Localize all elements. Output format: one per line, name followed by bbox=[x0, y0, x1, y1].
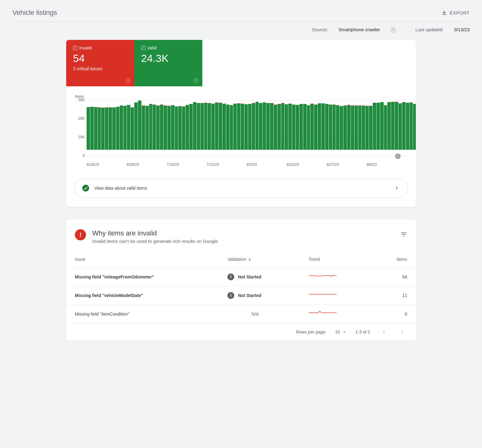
export-button[interactable]: EXPORT bbox=[441, 10, 470, 16]
issues-subtitle: Invalid items can't be used to generate … bbox=[92, 239, 218, 244]
tile-valid[interactable]: ✓ Valid 24.3K ? bbox=[134, 40, 202, 86]
issues-card: ! Why items are invalid Invalid items ca… bbox=[66, 219, 416, 341]
rows-per-page-value: 10 bbox=[335, 330, 340, 334]
chevron-right-icon bbox=[394, 185, 400, 191]
items-cell: 54 bbox=[372, 268, 416, 286]
sparkline bbox=[309, 292, 337, 298]
col-trend[interactable]: Trend bbox=[300, 249, 372, 268]
trend-cell bbox=[300, 268, 372, 286]
tile-invalid-label: Invalid bbox=[79, 45, 92, 50]
source-label: Source: bbox=[312, 27, 328, 32]
rows-per-page-select[interactable]: 10 bbox=[335, 330, 347, 334]
col-validation[interactable]: Validation bbox=[219, 249, 300, 267]
tile-invalid-value: 54 bbox=[73, 52, 129, 64]
col-issue[interactable]: Issue bbox=[66, 249, 219, 268]
table-row[interactable]: Missing field "mileageFromOdometer"!Not … bbox=[66, 268, 416, 286]
next-page-button[interactable] bbox=[397, 329, 407, 335]
alert-icon: ! bbox=[75, 229, 86, 240]
sparkline bbox=[309, 273, 337, 279]
view-valid-items-button[interactable]: View data about valid items bbox=[74, 179, 408, 198]
filter-button[interactable] bbox=[400, 229, 407, 238]
issue-cell: Missing field "itemCondition" bbox=[66, 305, 219, 323]
status-dot-icon: ! bbox=[227, 292, 234, 299]
help-icon[interactable]: ? bbox=[194, 78, 199, 83]
issue-cell: Missing field "mileageFromOdometer" bbox=[66, 268, 219, 286]
issue-cell: Missing field "vehicleModelDate" bbox=[66, 286, 219, 305]
chart-x-axis: 6/16/236/28/237/10/237/22/238/3/238/15/2… bbox=[87, 162, 407, 167]
tile-valid-label: Valid bbox=[147, 45, 157, 50]
sparkline bbox=[309, 310, 337, 317]
chart-title: Items bbox=[75, 94, 410, 99]
source-value: Smartphone crawler bbox=[338, 27, 380, 32]
items-cell: 0 bbox=[372, 305, 416, 323]
tile-valid-value: 24.3K bbox=[141, 52, 197, 64]
prev-page-button[interactable] bbox=[379, 329, 389, 335]
meta-row: Source: Smartphone crawler ? Last update… bbox=[12, 22, 470, 40]
col-items[interactable]: Items bbox=[372, 249, 416, 268]
chart-annotation[interactable]: 1 bbox=[395, 153, 401, 159]
validation-cell: !Not Started bbox=[219, 286, 300, 305]
tile-invalid[interactable]: ✓ Invalid 54 2 critical issues ? bbox=[66, 40, 134, 86]
arrow-down-icon bbox=[247, 257, 252, 261]
check-circle-icon bbox=[82, 184, 89, 192]
page-range: 1-3 of 3 bbox=[355, 330, 370, 334]
rows-per-page-label: Rows per page: bbox=[296, 330, 326, 334]
summary-card: ✓ Invalid 54 2 critical issues ? ✓ Valid… bbox=[66, 40, 416, 207]
table-row[interactable]: Missing field "vehicleModelDate"!Not Sta… bbox=[66, 286, 416, 305]
last-updated-label: Last updated: bbox=[415, 27, 444, 32]
svg-point-0 bbox=[82, 185, 89, 192]
validation-cell: !Not Started bbox=[219, 268, 300, 286]
last-updated-value: 9/13/23 bbox=[454, 27, 470, 32]
status-dot-icon: ! bbox=[227, 274, 234, 280]
help-icon[interactable]: ? bbox=[126, 78, 131, 83]
trend-cell bbox=[300, 286, 372, 305]
export-label: EXPORT bbox=[450, 10, 470, 15]
issues-table: Issue Validation Trend Items Missing fie… bbox=[66, 249, 416, 323]
checkbox-icon: ✓ bbox=[141, 46, 145, 50]
help-icon[interactable]: ? bbox=[391, 28, 396, 32]
page-title: Vehicle listings bbox=[12, 9, 441, 17]
items-chart[interactable]: 010K20K30K1 bbox=[72, 100, 410, 160]
validation-cell: N/A bbox=[219, 305, 300, 323]
trend-cell bbox=[300, 305, 372, 323]
table-row[interactable]: Missing field "itemCondition"N/A0 bbox=[66, 305, 416, 323]
issues-title: Why items are invalid bbox=[92, 229, 218, 237]
checkbox-icon: ✓ bbox=[73, 46, 77, 50]
cta-label: View data about valid items bbox=[94, 186, 147, 191]
tile-invalid-sub: 2 critical issues bbox=[73, 66, 129, 71]
download-icon bbox=[441, 10, 447, 16]
items-cell: 11 bbox=[372, 286, 416, 305]
chevron-down-icon bbox=[342, 330, 347, 334]
